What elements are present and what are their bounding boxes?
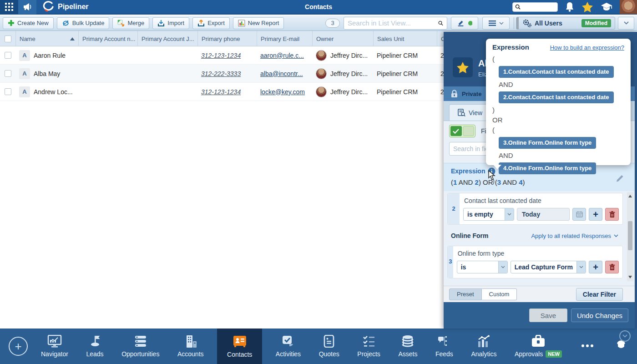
row-checkbox[interactable] bbox=[5, 52, 11, 59]
condition-field-name[interactable]: Contact last contacted date bbox=[463, 196, 619, 208]
trash-icon bbox=[609, 211, 615, 218]
phone-link[interactable]: 312-222-3333 bbox=[201, 70, 241, 77]
create-new-label: Create New bbox=[17, 20, 49, 26]
add-condition-button[interactable]: + bbox=[589, 208, 602, 221]
undo-changes-button[interactable]: Undo Changes bbox=[571, 308, 628, 322]
profile-star-tile[interactable] bbox=[453, 57, 473, 77]
nav-item-activities[interactable]: Activities bbox=[271, 329, 305, 364]
col-account-name[interactable]: Primary Account n... bbox=[78, 31, 137, 46]
import-button[interactable]: Import bbox=[152, 17, 189, 29]
merge-button[interactable]: Merge bbox=[112, 17, 149, 29]
toggle-knob bbox=[463, 126, 474, 136]
operator-select[interactable]: is empty bbox=[463, 208, 514, 221]
col-name[interactable]: Name bbox=[15, 31, 78, 46]
nav-item-analytics[interactable]: Analytics bbox=[466, 329, 501, 364]
apply-related-dropdown[interactable]: Apply to all related Responses bbox=[531, 233, 618, 239]
gears-icon bbox=[522, 19, 532, 28]
contact-name[interactable]: Alba May bbox=[34, 70, 60, 77]
app-grid-button[interactable] bbox=[0, 0, 18, 14]
calendar-button[interactable] bbox=[572, 208, 586, 221]
row-checkbox[interactable] bbox=[5, 70, 11, 77]
announcements-button[interactable] bbox=[18, 0, 36, 14]
profile-dropdown-button[interactable] bbox=[618, 17, 634, 30]
phone-link[interactable]: 312-123-1234 bbox=[201, 88, 241, 96]
expression-paren: ) bbox=[492, 177, 624, 186]
export-label: Export bbox=[207, 20, 225, 26]
notifications-bell-icon[interactable] bbox=[565, 2, 574, 12]
nav-item-projects[interactable]: Projects bbox=[353, 329, 385, 364]
nav-item-feeds[interactable]: Feeds bbox=[431, 329, 458, 364]
phone-link[interactable]: 312-123-1234 bbox=[201, 52, 241, 59]
export-button[interactable]: Export bbox=[192, 17, 230, 29]
nav-item-accounts[interactable]: Accounts bbox=[173, 329, 208, 364]
nav-item-navigator[interactable]: Navigator bbox=[36, 329, 73, 364]
contact-name[interactable]: Aaron Rule bbox=[34, 52, 66, 59]
col-email[interactable]: Primary E-mail bbox=[257, 31, 312, 46]
add-condition-button[interactable]: + bbox=[589, 261, 602, 273]
scroll-up-arrow[interactable] bbox=[628, 195, 632, 197]
col-sales-unit[interactable]: Sales Unit bbox=[373, 31, 437, 46]
clear-filter-button[interactable]: Clear Filter bbox=[576, 288, 623, 301]
scrollbar-thumb[interactable] bbox=[628, 221, 632, 250]
operator-select[interactable]: is bbox=[457, 261, 508, 273]
list-view-search[interactable] bbox=[344, 17, 447, 30]
expression-chip[interactable]: 3.Online Form.Online form type bbox=[499, 137, 596, 149]
list-menu-button[interactable] bbox=[482, 17, 510, 30]
list-view-search-input[interactable] bbox=[348, 19, 438, 27]
analytics-chart-icon bbox=[477, 335, 490, 348]
condition-field-name[interactable]: Online form type bbox=[457, 248, 619, 261]
custom-tab[interactable]: Custom bbox=[482, 288, 517, 300]
projects-checklist-icon bbox=[362, 335, 376, 348]
nav-item-contacts[interactable]: Contacts bbox=[217, 329, 262, 364]
nav-item-more[interactable] bbox=[575, 329, 600, 364]
create-new-button[interactable]: Create New bbox=[3, 17, 54, 29]
filter-toggle[interactable] bbox=[449, 125, 475, 137]
nav-item-quotes[interactable]: Quotes bbox=[314, 329, 344, 364]
delete-condition-button[interactable] bbox=[605, 261, 619, 273]
status-dot-icon bbox=[468, 21, 472, 25]
edit-columns-button[interactable] bbox=[451, 17, 478, 30]
expression-chip[interactable]: 4.Online Form.Online form type bbox=[499, 162, 596, 174]
pipeliner-logo[interactable]: Pipeliner bbox=[43, 1, 89, 13]
collapse-nav-button[interactable] bbox=[619, 330, 631, 342]
col-owner[interactable]: Owner bbox=[312, 31, 373, 46]
global-search[interactable] bbox=[512, 2, 558, 12]
email-link[interactable]: alba@incontr... bbox=[260, 70, 303, 77]
bulk-update-button[interactable]: Bulk Update bbox=[57, 17, 110, 29]
global-search-input[interactable] bbox=[521, 4, 555, 10]
row-checkbox[interactable] bbox=[5, 88, 11, 95]
user-avatar[interactable] bbox=[620, 0, 637, 14]
value-select[interactable]: Lead Capture Form bbox=[511, 261, 586, 273]
email-link[interactable]: aaron@rule.c... bbox=[260, 52, 304, 59]
nav-item-opportunities[interactable]: Opportunities bbox=[117, 329, 164, 364]
favorites-star-icon[interactable] bbox=[581, 1, 593, 13]
import-label: Import bbox=[167, 20, 184, 26]
expression-chip[interactable]: 2.Contact.Contact last contacted date bbox=[499, 91, 614, 103]
expression-help-link[interactable]: How to build an expression? bbox=[550, 44, 624, 51]
delete-condition-button[interactable] bbox=[605, 208, 619, 221]
contact-name[interactable]: Andrew Loc... bbox=[34, 88, 73, 96]
quick-add-button[interactable]: + bbox=[9, 337, 28, 356]
merge-label: Merge bbox=[127, 20, 144, 26]
panel-scrollbar[interactable] bbox=[627, 192, 633, 281]
email-link[interactable]: locke@key.com bbox=[260, 88, 305, 96]
contact-initial-badge: A bbox=[19, 86, 30, 97]
tab-view[interactable]: View bbox=[449, 104, 491, 121]
col-account-job[interactable]: Primary Account J... bbox=[137, 31, 197, 46]
condition-index: 2 bbox=[448, 193, 460, 224]
expression-operator: AND bbox=[499, 80, 624, 89]
training-cap-icon[interactable] bbox=[601, 2, 612, 11]
save-button[interactable]: Save bbox=[529, 308, 567, 322]
filter-condition-row: 2 Contact last contacted date is empty T… bbox=[447, 193, 623, 225]
select-all-checkbox[interactable] bbox=[5, 35, 11, 42]
nav-item-approvals[interactable]: ApprovalsNEW bbox=[510, 329, 566, 364]
preset-tab[interactable]: Preset bbox=[449, 288, 482, 300]
nav-item-leads[interactable]: Leads bbox=[81, 329, 108, 364]
new-report-button[interactable]: New Report bbox=[233, 17, 284, 29]
sales-unit-cell: Pipeliner CRM bbox=[377, 52, 418, 59]
expression-chip[interactable]: 1.Contact.Contact last contacted date bbox=[499, 66, 614, 78]
profile-selector[interactable]: All Users Modified bbox=[516, 17, 615, 30]
scroll-down-arrow[interactable] bbox=[628, 276, 632, 278]
nav-item-assets[interactable]: Assets bbox=[394, 329, 422, 364]
col-phone[interactable]: Primary phone bbox=[197, 31, 257, 46]
